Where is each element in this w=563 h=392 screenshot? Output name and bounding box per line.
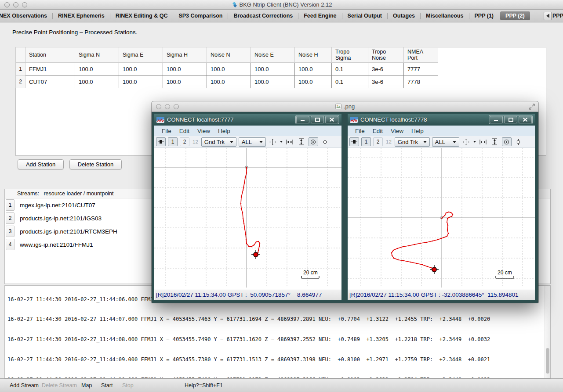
cell-sigma-h[interactable]: 100.0 — [163, 63, 207, 76]
menu-help[interactable]: Help — [214, 128, 234, 134]
center-plot-button[interactable] — [268, 137, 278, 146]
satellite-filter-dropdown[interactable]: ALL — [432, 137, 459, 147]
close-window-icon[interactable] — [4, 2, 10, 7]
window-controls — [295, 115, 339, 124]
cell-station[interactable]: CUT07 — [25, 76, 75, 88]
cell-noise-e[interactable]: 100.0 — [251, 63, 295, 76]
expand-window-icon[interactable] — [529, 104, 535, 110]
delete-station-button[interactable]: Delete Station — [69, 159, 122, 169]
minimize-button[interactable] — [490, 116, 503, 123]
zoom-window-icon[interactable] — [174, 104, 179, 109]
map-button[interactable]: Map — [81, 382, 92, 388]
solution-12-button: 12 — [385, 139, 392, 144]
col-sigma-e: Sigma E — [119, 47, 163, 63]
solution-1-button[interactable]: 1 — [168, 137, 178, 146]
track-center-button[interactable] — [502, 137, 512, 146]
add-stream-button[interactable]: Add Stream — [10, 382, 39, 388]
marker-style-button[interactable] — [156, 137, 166, 146]
add-station-button[interactable]: Add Station — [18, 159, 64, 169]
marker-style-button[interactable] — [349, 137, 359, 146]
log-scrollbar[interactable] — [545, 286, 550, 378]
fit-horizontal-button[interactable] — [285, 137, 294, 146]
plot-type-dropdown[interactable]: Gnd Trk — [201, 137, 236, 147]
ground-track-canvas: 20 cm — [154, 148, 341, 288]
cell-sigma-e[interactable]: 100.0 — [119, 63, 163, 76]
cell-tropo-sigma[interactable]: 0.1 — [332, 63, 368, 76]
cell-station[interactable]: FFMJ1 — [25, 63, 75, 76]
tab-miscellaneous[interactable]: Miscellaneous — [421, 11, 469, 21]
tab-ppp-1[interactable]: PPP (1) — [469, 11, 499, 21]
connect-7777-titlebar[interactable]: CONNECT localhost:7777 — [154, 114, 341, 126]
cell-noise-e[interactable]: 100.0 — [251, 76, 295, 88]
stream-row-number: 2 — [6, 212, 15, 224]
tab-serial-output[interactable]: Serial Output — [342, 11, 387, 21]
menu-view[interactable]: View — [387, 128, 407, 134]
menu-view[interactable]: View — [193, 128, 214, 134]
solution-2-button[interactable]: 2 — [180, 137, 189, 146]
tab-overflow-partial[interactable]: PPP — [552, 11, 563, 21]
cell-tropo-noise[interactable]: 3e-6 — [368, 63, 404, 76]
fix-center-button[interactable] — [320, 137, 330, 146]
cell-tropo-sigma[interactable]: 0.1 — [332, 76, 368, 88]
solution-1-button[interactable]: 1 — [361, 137, 371, 146]
solution-2-button[interactable]: 2 — [373, 137, 383, 146]
cell-noise-n[interactable]: 100.0 — [207, 76, 251, 88]
menu-edit[interactable]: Edit — [175, 128, 193, 134]
center-plot-button[interactable] — [461, 137, 471, 146]
png-titlebar[interactable]: .png — [152, 101, 538, 112]
cell-noise-h[interactable]: 100.0 — [295, 76, 332, 88]
tab-feed-engine[interactable]: Feed Engine — [298, 11, 341, 21]
cell-nmea-port[interactable]: 7777 — [404, 63, 438, 76]
close-button[interactable] — [519, 116, 532, 123]
track-center-button[interactable] — [309, 137, 318, 146]
tab-rinex-editing-qc[interactable]: RINEX Editing & QC — [110, 11, 173, 21]
chevron-down-icon[interactable] — [280, 141, 283, 143]
menu-edit[interactable]: Edit — [369, 128, 387, 134]
cell-noise-h[interactable]: 100.0 — [295, 63, 332, 76]
connect-7778-titlebar[interactable]: CONNECT localhost:7778 — [348, 114, 535, 126]
row-number: 2 — [16, 76, 25, 88]
tab-outages[interactable]: Outages — [388, 11, 420, 21]
cell-nmea-port[interactable]: 7778 — [404, 76, 438, 88]
cell-sigma-n[interactable]: 100.0 — [75, 63, 119, 76]
maximize-button[interactable] — [504, 116, 517, 123]
cell-tropo-noise[interactable]: 3e-6 — [368, 76, 404, 88]
plot-type-dropdown[interactable]: Gnd Trk — [395, 137, 430, 147]
zoom-window-icon[interactable] — [22, 2, 27, 7]
cell-sigma-h[interactable]: 100.0 — [163, 76, 207, 88]
tab-rinex-observations[interactable]: NEX Observations — [0, 11, 52, 21]
minimize-window-icon[interactable] — [165, 104, 170, 109]
maximize-button[interactable] — [311, 116, 324, 123]
ground-track-plot-7777[interactable]: 20 cm — [154, 148, 341, 289]
satellite-filter-dropdown[interactable]: ALL — [239, 137, 266, 147]
minimize-button[interactable] — [296, 116, 309, 123]
cell-noise-n[interactable]: 100.0 — [207, 63, 251, 76]
menu-file[interactable]: File — [351, 128, 369, 134]
satellite-filter-value: ALL — [242, 139, 255, 145]
close-window-icon[interactable] — [156, 104, 161, 109]
tab-sp3-comparison[interactable]: SP3 Comparison — [173, 11, 228, 21]
cell-sigma-e[interactable]: 100.0 — [119, 76, 163, 88]
fix-center-button[interactable] — [514, 137, 523, 146]
ground-track-plot-7778[interactable]: 20 cm — [348, 148, 535, 289]
close-button[interactable] — [325, 116, 338, 123]
log-scrollbar-thumb[interactable] — [546, 348, 549, 374]
marker-line-icon — [158, 140, 164, 144]
tab-rinex-ephemeris[interactable]: RINEX Ephemeris — [53, 11, 110, 21]
fit-vertical-button[interactable] — [297, 137, 306, 146]
main-titlebar[interactable]: BKG Ntrip Client (BNC) Version 2.12 — [0, 0, 563, 10]
tab-ppp-2-selected[interactable]: PPP (2) — [500, 11, 530, 20]
menu-help[interactable]: Help — [407, 128, 428, 134]
start-button[interactable]: Start — [101, 382, 113, 388]
stream-row-number: 4 — [6, 239, 15, 250]
chevron-down-icon[interactable] — [473, 141, 476, 143]
menu-file[interactable]: File — [158, 128, 175, 134]
tab-scroll-left-button[interactable] — [544, 12, 552, 20]
menu-bar: File Edit View Help — [348, 126, 535, 136]
minimize-window-icon[interactable] — [13, 2, 18, 7]
tab-broadcast-corrections[interactable]: Broadcast Corrections — [228, 11, 298, 21]
cell-sigma-n[interactable]: 100.0 — [75, 76, 119, 88]
fit-horizontal-button[interactable] — [478, 137, 488, 146]
png-preview-window[interactable]: .png CONNECT localhost:7777 — [152, 101, 538, 303]
fit-vertical-button[interactable] — [490, 137, 500, 146]
